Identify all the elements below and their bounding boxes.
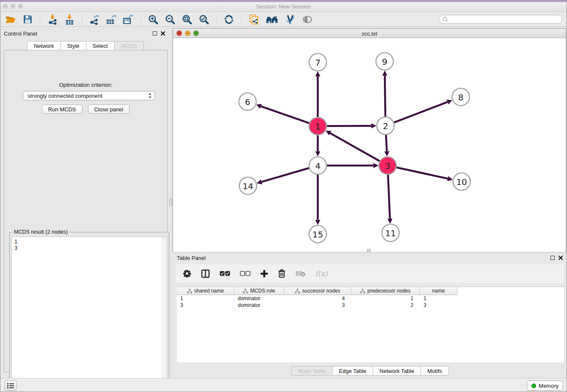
node-label-11: 11 bbox=[385, 228, 396, 238]
close-panel-icon[interactable] bbox=[160, 31, 165, 36]
edge-2-3[interactable] bbox=[386, 135, 387, 151]
open-session-button[interactable] bbox=[5, 14, 17, 25]
vizmapper-icon bbox=[285, 14, 296, 25]
column-header-shared-name[interactable]: shared name bbox=[177, 287, 234, 295]
tab-mcds[interactable]: MCDS bbox=[115, 41, 144, 50]
node-label-2: 2 bbox=[383, 121, 388, 131]
edge-3-10[interactable] bbox=[396, 168, 448, 179]
table-cell[interactable]: 3 bbox=[420, 302, 457, 309]
export-table-button[interactable] bbox=[105, 14, 117, 25]
table-cell[interactable]: dominator bbox=[234, 295, 284, 302]
table-cell[interactable]: 3 bbox=[284, 302, 352, 309]
search-field[interactable] bbox=[439, 15, 562, 24]
toolbar-separator bbox=[241, 14, 242, 25]
table-toolbar: f(x) bbox=[176, 264, 564, 283]
show-panels-button[interactable] bbox=[5, 381, 17, 391]
gear-icon bbox=[183, 269, 191, 278]
mcds-panel: Optimization criterion: strongly connect… bbox=[4, 50, 168, 373]
plus-icon bbox=[260, 270, 268, 278]
table-row[interactable]: 1dominator411 bbox=[177, 295, 564, 302]
node-label-7: 7 bbox=[315, 58, 321, 68]
column-header-name[interactable]: name bbox=[420, 287, 457, 295]
zoom-out-button[interactable] bbox=[164, 14, 176, 25]
tab-network-table[interactable]: Network Table bbox=[373, 366, 421, 375]
home-layout-button[interactable] bbox=[265, 14, 279, 25]
zoom-fit-button[interactable] bbox=[181, 14, 193, 25]
edge-3-1[interactable] bbox=[330, 133, 380, 161]
tab-motifs[interactable]: Motifs bbox=[421, 366, 449, 375]
close-panel-button[interactable]: Close panel bbox=[88, 105, 130, 114]
toolbar-separator bbox=[140, 14, 141, 25]
table-row[interactable]: 3dominator323 bbox=[177, 302, 564, 309]
node-label-4: 4 bbox=[315, 161, 321, 171]
export-network-button[interactable] bbox=[88, 14, 100, 25]
edge-3-11[interactable] bbox=[388, 174, 390, 218]
edge-2-9[interactable] bbox=[385, 75, 385, 116]
network-window-titlebar[interactable]: scc.txt bbox=[173, 29, 566, 38]
network-canvas[interactable]: 7968124314101511 bbox=[173, 38, 566, 252]
zoom-fit-icon bbox=[182, 14, 192, 25]
run-mcds-button[interactable]: Run MCDS bbox=[42, 105, 83, 114]
table-cell[interactable]: 1 bbox=[420, 295, 457, 302]
application-window: Session: New Session bbox=[0, 0, 567, 392]
criterion-select[interactable]: strongly connected component bbox=[23, 91, 155, 100]
split-drag-handle[interactable] bbox=[367, 249, 371, 252]
select-all-button[interactable] bbox=[220, 271, 230, 276]
column-header-successor-nodes[interactable]: successor nodes bbox=[284, 287, 352, 295]
export-image-button[interactable] bbox=[122, 14, 134, 25]
float-table-panel-icon[interactable] bbox=[550, 256, 555, 260]
node-label-8: 8 bbox=[458, 92, 464, 102]
float-panel-icon[interactable] bbox=[153, 31, 157, 36]
tab-style[interactable]: Style bbox=[61, 41, 86, 50]
import-network-button[interactable] bbox=[47, 14, 58, 25]
tab-node-table[interactable]: Node Table bbox=[291, 366, 333, 375]
import-network-icon bbox=[47, 14, 58, 25]
search-icon bbox=[443, 17, 448, 22]
toolbar-separator bbox=[40, 14, 40, 25]
column-header-predecessor-nodes[interactable]: predecessor nodes bbox=[351, 287, 420, 295]
clone-network-button[interactable] bbox=[248, 14, 260, 25]
show-graphics-details-button[interactable] bbox=[301, 14, 313, 25]
table-cell[interactable]: dominator bbox=[234, 302, 284, 309]
table-header-row: shared nameMCDS rolesuccessor nodesprede… bbox=[177, 287, 457, 295]
tab-edge-table[interactable]: Edge Table bbox=[333, 366, 373, 375]
search-input[interactable] bbox=[450, 16, 559, 23]
zoom-in-button[interactable] bbox=[147, 14, 159, 25]
delete-table-icon bbox=[295, 270, 306, 277]
tab-network[interactable]: Network bbox=[27, 41, 61, 50]
edge-2-8[interactable] bbox=[394, 102, 448, 122]
refresh-layout-button[interactable] bbox=[223, 14, 235, 25]
tab-select[interactable]: Select bbox=[86, 41, 115, 50]
attribute-type-icon bbox=[295, 289, 300, 293]
table-cell[interactable]: 3 bbox=[177, 302, 234, 309]
edge-4-14[interactable] bbox=[261, 168, 309, 182]
edge-1-2[interactable] bbox=[327, 126, 371, 126]
mcds-result-group: MCDS result (2 nodes) 1 3 bbox=[9, 232, 169, 392]
import-table-button[interactable] bbox=[63, 14, 75, 25]
panel-divider-handle[interactable] bbox=[169, 199, 172, 206]
column-label: predecessor nodes bbox=[367, 288, 410, 294]
table-cell[interactable]: 1 bbox=[177, 295, 234, 302]
table-cell[interactable]: 1 bbox=[352, 295, 420, 302]
add-column-button[interactable] bbox=[260, 270, 268, 278]
result-scrollbar[interactable] bbox=[162, 237, 167, 392]
table-panel: Table Panel bbox=[173, 253, 567, 378]
delete-column-button[interactable] bbox=[278, 269, 286, 278]
table-cell[interactable]: 4 bbox=[284, 295, 352, 302]
table-settings-button[interactable] bbox=[183, 269, 191, 278]
save-session-button[interactable] bbox=[22, 14, 33, 25]
vizmapper-button[interactable] bbox=[284, 14, 296, 25]
split-table-button[interactable] bbox=[201, 269, 210, 278]
node-table: shared nameMCDS rolesuccessor nodesprede… bbox=[177, 287, 564, 362]
zoom-selected-button[interactable] bbox=[198, 14, 210, 25]
memory-button[interactable]: Memory bbox=[527, 381, 563, 391]
table-cell[interactable]: 2 bbox=[352, 302, 420, 309]
mcds-result-text[interactable]: 1 3 bbox=[11, 237, 162, 392]
column-header-MCDS-role[interactable]: MCDS role bbox=[234, 287, 284, 295]
edge-1-6[interactable] bbox=[261, 106, 309, 123]
zoom-selected-icon bbox=[199, 14, 209, 25]
deselect-all-button[interactable] bbox=[240, 271, 250, 276]
attribute-type-icon bbox=[187, 289, 192, 293]
close-table-panel-icon[interactable] bbox=[558, 255, 563, 260]
refresh-icon bbox=[224, 14, 234, 25]
